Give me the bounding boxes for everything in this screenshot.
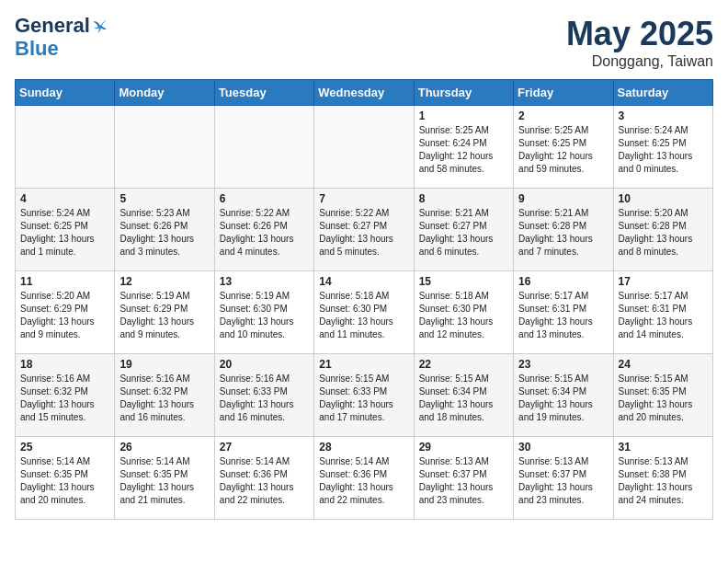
day-info: Sunrise: 5:15 AM Sunset: 6:34 PM Dayligh… xyxy=(419,373,508,424)
header-friday: Friday xyxy=(514,80,613,106)
week-row-4: 18Sunrise: 5:16 AM Sunset: 6:32 PM Dayli… xyxy=(16,354,713,437)
day-info: Sunrise: 5:14 AM Sunset: 6:36 PM Dayligh… xyxy=(319,455,408,507)
day-number: 20 xyxy=(220,358,309,371)
calendar-cell: 5Sunrise: 5:23 AM Sunset: 6:26 PM Daylig… xyxy=(115,189,214,271)
calendar-cell: 21Sunrise: 5:15 AM Sunset: 6:33 PM Dayli… xyxy=(314,354,414,437)
day-info: Sunrise: 5:21 AM Sunset: 6:28 PM Dayligh… xyxy=(518,207,608,259)
day-info: Sunrise: 5:13 AM Sunset: 6:38 PM Dayligh… xyxy=(619,455,708,507)
day-number: 17 xyxy=(619,275,708,288)
day-info: Sunrise: 5:18 AM Sunset: 6:30 PM Dayligh… xyxy=(319,290,408,341)
header-monday: Monday xyxy=(115,80,214,106)
day-info: Sunrise: 5:17 AM Sunset: 6:31 PM Dayligh… xyxy=(619,290,708,341)
day-number: 28 xyxy=(319,441,408,454)
week-row-1: 1Sunrise: 5:25 AM Sunset: 6:24 PM Daylig… xyxy=(16,106,713,189)
calendar-cell: 18Sunrise: 5:16 AM Sunset: 6:32 PM Dayli… xyxy=(16,354,115,437)
header-sunday: Sunday xyxy=(16,80,115,106)
day-number: 24 xyxy=(619,358,708,371)
day-number: 7 xyxy=(319,192,408,205)
calendar-cell: 17Sunrise: 5:17 AM Sunset: 6:31 PM Dayli… xyxy=(613,271,712,354)
calendar-cell: 10Sunrise: 5:20 AM Sunset: 6:28 PM Dayli… xyxy=(613,189,712,271)
day-number: 6 xyxy=(220,192,309,205)
day-number: 13 xyxy=(220,275,309,288)
day-info: Sunrise: 5:25 AM Sunset: 6:25 PM Dayligh… xyxy=(518,124,608,176)
day-number: 25 xyxy=(20,441,109,454)
calendar-cell: 11Sunrise: 5:20 AM Sunset: 6:29 PM Dayli… xyxy=(16,271,115,354)
week-row-2: 4Sunrise: 5:24 AM Sunset: 6:25 PM Daylig… xyxy=(16,189,713,271)
day-info: Sunrise: 5:24 AM Sunset: 6:25 PM Dayligh… xyxy=(20,207,109,259)
calendar-cell: 2Sunrise: 5:25 AM Sunset: 6:25 PM Daylig… xyxy=(514,106,613,189)
calendar-cell: 26Sunrise: 5:14 AM Sunset: 6:35 PM Dayli… xyxy=(115,437,214,520)
day-info: Sunrise: 5:18 AM Sunset: 6:30 PM Dayligh… xyxy=(419,290,508,341)
calendar-cell: 7Sunrise: 5:22 AM Sunset: 6:27 PM Daylig… xyxy=(314,189,414,271)
calendar-cell: 27Sunrise: 5:14 AM Sunset: 6:36 PM Dayli… xyxy=(214,437,313,520)
calendar-cell: 3Sunrise: 5:24 AM Sunset: 6:25 PM Daylig… xyxy=(613,106,712,189)
logo-text-general: General xyxy=(15,15,90,37)
calendar-cell: 14Sunrise: 5:18 AM Sunset: 6:30 PM Dayli… xyxy=(314,271,414,354)
calendar-cell: 13Sunrise: 5:19 AM Sunset: 6:30 PM Dayli… xyxy=(214,271,313,354)
day-info: Sunrise: 5:16 AM Sunset: 6:32 PM Dayligh… xyxy=(119,373,209,424)
day-info: Sunrise: 5:14 AM Sunset: 6:35 PM Dayligh… xyxy=(20,455,109,507)
calendar-cell: 16Sunrise: 5:17 AM Sunset: 6:31 PM Dayli… xyxy=(514,271,613,354)
day-info: Sunrise: 5:14 AM Sunset: 6:35 PM Dayligh… xyxy=(119,455,209,507)
calendar-cell: 28Sunrise: 5:14 AM Sunset: 6:36 PM Dayli… xyxy=(314,437,414,520)
day-number: 15 xyxy=(419,275,508,288)
day-number: 27 xyxy=(220,441,309,454)
day-number: 18 xyxy=(20,358,109,371)
month-year-title: May 2025 xyxy=(566,15,713,53)
day-info: Sunrise: 5:20 AM Sunset: 6:28 PM Dayligh… xyxy=(619,207,708,259)
calendar-header: SundayMondayTuesdayWednesdayThursdayFrid… xyxy=(16,80,713,106)
calendar-cell: 4Sunrise: 5:24 AM Sunset: 6:25 PM Daylig… xyxy=(16,189,115,271)
calendar-cell xyxy=(314,106,414,189)
day-number: 1 xyxy=(419,109,508,122)
day-info: Sunrise: 5:21 AM Sunset: 6:27 PM Dayligh… xyxy=(419,207,508,259)
day-number: 9 xyxy=(518,192,608,205)
week-row-5: 25Sunrise: 5:14 AM Sunset: 6:35 PM Dayli… xyxy=(16,437,713,520)
calendar-cell: 12Sunrise: 5:19 AM Sunset: 6:29 PM Dayli… xyxy=(115,271,214,354)
header-thursday: Thursday xyxy=(414,80,513,106)
calendar-cell: 9Sunrise: 5:21 AM Sunset: 6:28 PM Daylig… xyxy=(514,189,613,271)
day-number: 31 xyxy=(619,441,708,454)
day-number: 19 xyxy=(119,358,209,371)
week-row-3: 11Sunrise: 5:20 AM Sunset: 6:29 PM Dayli… xyxy=(16,271,713,354)
day-number: 23 xyxy=(518,358,608,371)
day-number: 2 xyxy=(518,109,608,122)
calendar-cell xyxy=(214,106,313,189)
calendar-cell xyxy=(16,106,115,189)
day-info: Sunrise: 5:22 AM Sunset: 6:27 PM Dayligh… xyxy=(319,207,408,259)
calendar-cell: 1Sunrise: 5:25 AM Sunset: 6:24 PM Daylig… xyxy=(414,106,513,189)
day-number: 4 xyxy=(20,192,109,205)
day-number: 5 xyxy=(119,192,209,205)
day-number: 29 xyxy=(419,441,508,454)
calendar-cell xyxy=(115,106,214,189)
day-info: Sunrise: 5:15 AM Sunset: 6:35 PM Dayligh… xyxy=(619,373,708,424)
day-number: 22 xyxy=(419,358,508,371)
calendar-cell: 20Sunrise: 5:16 AM Sunset: 6:33 PM Dayli… xyxy=(214,354,313,437)
calendar-cell: 29Sunrise: 5:13 AM Sunset: 6:37 PM Dayli… xyxy=(414,437,513,520)
logo-bird-icon xyxy=(92,17,108,34)
day-number: 12 xyxy=(119,275,209,288)
day-info: Sunrise: 5:19 AM Sunset: 6:29 PM Dayligh… xyxy=(119,290,209,341)
day-number: 14 xyxy=(319,275,408,288)
day-info: Sunrise: 5:15 AM Sunset: 6:34 PM Dayligh… xyxy=(518,373,608,424)
day-number: 3 xyxy=(619,109,708,122)
day-info: Sunrise: 5:22 AM Sunset: 6:26 PM Dayligh… xyxy=(220,207,309,259)
calendar-cell: 31Sunrise: 5:13 AM Sunset: 6:38 PM Dayli… xyxy=(613,437,712,520)
calendar-body: 1Sunrise: 5:25 AM Sunset: 6:24 PM Daylig… xyxy=(16,106,713,520)
day-info: Sunrise: 5:24 AM Sunset: 6:25 PM Dayligh… xyxy=(619,124,708,176)
day-number: 11 xyxy=(20,275,109,288)
calendar-table: SundayMondayTuesdayWednesdayThursdayFrid… xyxy=(15,79,713,520)
day-info: Sunrise: 5:19 AM Sunset: 6:30 PM Dayligh… xyxy=(220,290,309,341)
day-info: Sunrise: 5:17 AM Sunset: 6:31 PM Dayligh… xyxy=(518,290,608,341)
location-subtitle: Donggang, Taiwan xyxy=(566,53,713,70)
header-wednesday: Wednesday xyxy=(314,80,414,106)
logo-text-blue: Blue xyxy=(15,37,59,61)
day-info: Sunrise: 5:15 AM Sunset: 6:33 PM Dayligh… xyxy=(319,373,408,424)
day-info: Sunrise: 5:25 AM Sunset: 6:24 PM Dayligh… xyxy=(419,124,508,176)
day-number: 30 xyxy=(518,441,608,454)
logo: General Blue xyxy=(15,15,108,61)
calendar-cell: 24Sunrise: 5:15 AM Sunset: 6:35 PM Dayli… xyxy=(613,354,712,437)
day-number: 8 xyxy=(419,192,508,205)
calendar-cell: 19Sunrise: 5:16 AM Sunset: 6:32 PM Dayli… xyxy=(115,354,214,437)
calendar-cell: 30Sunrise: 5:13 AM Sunset: 6:37 PM Dayli… xyxy=(514,437,613,520)
calendar-cell: 23Sunrise: 5:15 AM Sunset: 6:34 PM Dayli… xyxy=(514,354,613,437)
